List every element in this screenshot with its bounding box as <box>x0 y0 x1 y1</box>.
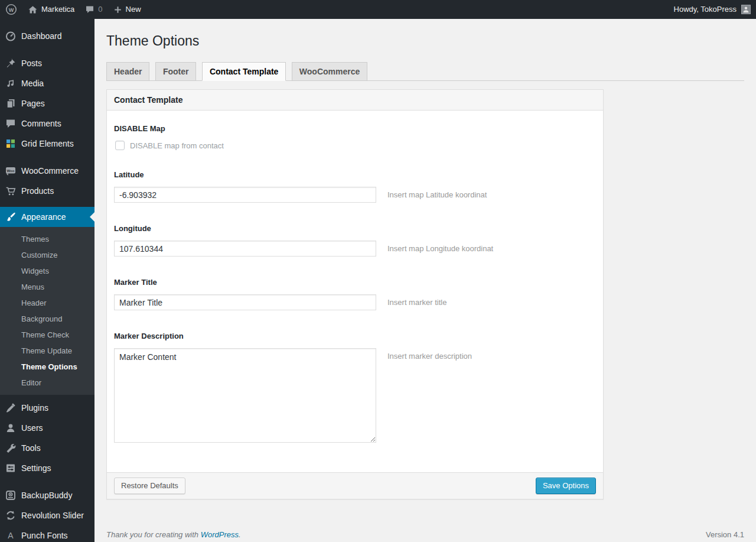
submenu-item-theme-options[interactable]: Theme Options <box>0 359 94 375</box>
sidebar-item-comments[interactable]: Comments <box>0 113 94 134</box>
wordpress-logo-icon: W <box>5 4 17 15</box>
user-icon <box>0 422 21 434</box>
panel-body: DISABLE Map DISABLE map from contact Lat… <box>107 111 603 472</box>
dashboard-icon <box>0 30 21 42</box>
tab-contact-template[interactable]: Contact Template <box>202 62 286 81</box>
longitude-hint: Insert map Longitude koordinat <box>387 241 493 253</box>
sidebar-item-woocommerce[interactable]: Woo WooCommerce <box>0 161 94 181</box>
page-title: Theme Options <box>106 19 744 56</box>
sidebar-item-punch-fonts[interactable]: A Punch Fonts <box>0 525 94 542</box>
sidebar-item-appearance[interactable]: Appearance <box>0 207 94 227</box>
svg-text:Woo: Woo <box>7 169 15 173</box>
marker-title-hint: Insert marker title <box>387 294 447 307</box>
submenu-item-theme-update[interactable]: Theme Update <box>0 343 94 359</box>
marker-title-field: Insert marker title <box>114 294 596 310</box>
sidebar-item-pages[interactable]: Pages <box>0 93 94 113</box>
sidebar-item-media[interactable]: Media <box>0 73 94 93</box>
wordpress-logo-menu[interactable]: W <box>0 0 22 19</box>
sidebar-item-tools[interactable]: Tools <box>0 438 94 458</box>
submenu-item-customize[interactable]: Customize <box>0 247 94 263</box>
save-options-button[interactable]: Save Options <box>536 478 596 494</box>
disable-map-label: DISABLE Map <box>114 124 596 133</box>
marker-description-label: Marker Description <box>114 332 596 340</box>
tab-woocommerce[interactable]: WooCommerce <box>292 62 367 81</box>
backup-icon <box>0 489 21 501</box>
my-account-menu[interactable]: Howdy, TokoPress <box>669 0 756 19</box>
comment-icon <box>0 118 21 129</box>
submenu-item-editor[interactable]: Editor <box>0 375 94 391</box>
panel-heading: Contact Template <box>107 90 603 111</box>
comment-bubble-icon <box>85 5 94 14</box>
pushpin-icon <box>0 57 21 69</box>
sidebar-item-settings[interactable]: Settings <box>0 458 94 478</box>
new-content-menu[interactable]: New <box>108 0 146 19</box>
options-panel: Contact Template DISABLE Map DISABLE map… <box>106 89 604 499</box>
sidebar-item-plugins[interactable]: Plugins <box>0 398 94 418</box>
sidebar-item-dashboard[interactable]: Dashboard <box>0 26 94 46</box>
pages-icon <box>0 98 21 109</box>
site-name-menu[interactable]: Marketica <box>22 0 80 19</box>
footer-thanks-text: Thank you for creating with <box>106 530 198 539</box>
submenu-item-theme-check[interactable]: Theme Check <box>0 327 94 343</box>
disable-map-checkbox[interactable] <box>115 141 125 150</box>
latitude-field: Insert map Latitude koordinat <box>114 187 596 203</box>
admin-bar-right: Howdy, TokoPress <box>669 0 756 19</box>
media-icon <box>0 77 21 89</box>
version-label: Version 4.1 <box>706 530 744 539</box>
page-footer: Thank you for creating with WordPress. V… <box>106 530 604 539</box>
woocommerce-icon: Woo <box>0 165 21 177</box>
paintbrush-icon <box>0 211 21 223</box>
cart-icon <box>0 185 21 197</box>
marker-description-hint: Insert marker description <box>387 348 472 361</box>
plus-icon <box>113 5 122 14</box>
wordpress-link[interactable]: WordPress <box>201 530 239 539</box>
marker-description-textarea[interactable]: Marker Content <box>114 348 376 443</box>
appearance-submenu: Themes Customize Widgets Menus Header Ba… <box>0 227 94 395</box>
panel-footer: Restore Defaults Save Options <box>107 472 603 499</box>
disable-map-checkbox-label: DISABLE map from contact <box>130 141 224 150</box>
avatar <box>741 5 751 14</box>
admin-bar: W Marketica 0 New <box>0 0 756 19</box>
sidebar-item-revolution-slider[interactable]: Revolution Slider <box>0 505 94 525</box>
wrench-icon <box>0 442 21 454</box>
plugin-icon <box>0 402 21 414</box>
tab-footer[interactable]: Footer <box>155 62 197 81</box>
longitude-input[interactable] <box>114 241 376 257</box>
restore-defaults-button[interactable]: Restore Defaults <box>114 478 185 494</box>
howdy-label: Howdy, TokoPress <box>674 0 737 19</box>
svg-text:A: A <box>8 531 14 540</box>
admin-bar-left: W Marketica 0 New <box>0 0 146 19</box>
marker-title-input[interactable] <box>114 294 376 310</box>
grid-elements-icon <box>0 138 21 150</box>
footer-period: . <box>239 530 241 539</box>
longitude-label: Longitude <box>114 224 596 233</box>
sidebar-item-products[interactable]: Products <box>0 181 94 201</box>
sidebar-item-backupbuddy[interactable]: BackupBuddy <box>0 485 94 505</box>
sidebar-item-posts[interactable]: Posts <box>0 53 94 73</box>
admin-sidebar: Dashboard Posts Media Pages Commen <box>0 19 94 542</box>
tab-bar: Header Footer Contact Template WooCommer… <box>106 62 744 81</box>
submenu-item-themes[interactable]: Themes <box>0 231 94 247</box>
submenu-item-widgets[interactable]: Widgets <box>0 263 94 279</box>
marker-description-field: Marker Content Insert marker description <box>114 348 596 443</box>
sidebar-item-grid-elements[interactable]: Grid Elements <box>0 134 94 154</box>
menu-separator <box>0 154 94 161</box>
new-label: New <box>126 0 141 19</box>
latitude-input[interactable] <box>114 187 376 203</box>
home-icon <box>28 5 38 15</box>
submenu-item-background[interactable]: Background <box>0 311 94 327</box>
longitude-field: Insert map Longitude koordinat <box>114 241 596 257</box>
sidebar-item-users[interactable]: Users <box>0 418 94 438</box>
footer-thanks: Thank you for creating with WordPress. <box>106 530 241 539</box>
marker-title-label: Marker Title <box>114 278 596 287</box>
menu-separator <box>0 201 94 207</box>
main-content: Theme Options Header Footer Contact Temp… <box>94 19 756 542</box>
comments-menu[interactable]: 0 <box>80 0 107 19</box>
latitude-hint: Insert map Latitude koordinat <box>387 187 487 199</box>
submenu-item-menus[interactable]: Menus <box>0 279 94 295</box>
wordpress-admin: W Marketica 0 New <box>0 0 756 542</box>
submenu-item-header[interactable]: Header <box>0 295 94 311</box>
tab-header[interactable]: Header <box>106 62 149 81</box>
letter-a-icon: A <box>0 530 21 541</box>
refresh-icon <box>0 509 21 521</box>
